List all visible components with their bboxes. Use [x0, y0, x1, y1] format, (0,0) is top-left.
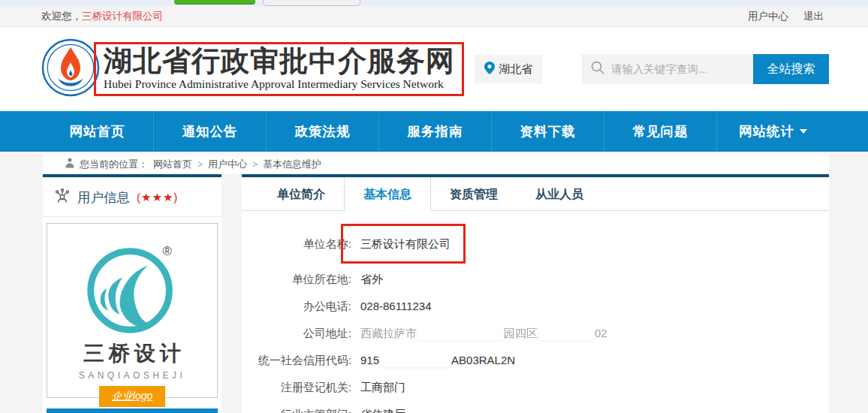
search-field[interactable] — [582, 54, 753, 84]
sidebar-header: 用户信息 (★★★) — [43, 177, 222, 217]
field-value: 028-86111234 — [360, 299, 432, 313]
breadcrumb-user-center[interactable]: 用户中心 — [208, 158, 247, 171]
credit-code-prefix: 915 — [360, 354, 379, 366]
company-logo-subtext: SANQIAOSHEJI — [79, 370, 186, 381]
user-info-sidebar: 用户信息 (★★★) ® 三桥设计 SANQIAOSHEJI 企业logo — [43, 174, 222, 413]
browser-tab-fragment-green — [174, 0, 255, 5]
field-company-name: 单位名称: 三桥设计有限公司 — [242, 237, 829, 251]
content-area: 用户信息 (★★★) ® 三桥设计 SANQIAOSHEJI 企业logo 单位… — [43, 174, 829, 413]
chevron-down-icon — [800, 129, 807, 134]
browser-tab-fragment-gray — [263, 0, 360, 6]
field-credit-code: 统一社会信用代码: 915AB03RAL2N — [242, 353, 829, 367]
user-center-link[interactable]: 用户中心 — [748, 10, 788, 23]
field-industry-department: 行业主管部门: 省住建厅 — [242, 407, 829, 413]
sidebar-footer-bar — [47, 408, 218, 413]
tab-company-profile[interactable]: 单位简介 — [258, 177, 344, 210]
field-value: 三桥设计有限公司 — [360, 237, 451, 251]
nav-item-notices[interactable]: 通知公告 — [153, 111, 266, 152]
field-office-phone: 办公电话: 028-86111234 — [242, 299, 829, 313]
logout-link[interactable]: 退出 — [803, 10, 824, 23]
field-label: 单位所在地: — [242, 272, 351, 286]
rating-stars: (★★★) — [137, 191, 178, 204]
sidebar-title: 用户信息 — [77, 188, 130, 206]
nav-item-downloads[interactable]: 资料下载 — [491, 111, 604, 152]
breadcrumb-separator: > — [197, 159, 203, 170]
tab-basic-info[interactable]: 基本信息 — [344, 177, 431, 211]
title-annotation-box: 湖北省行政审批中介服务网 Hubei Province Administrati… — [94, 42, 464, 96]
breadcrumb-basic-info[interactable]: 基本信息维护 — [263, 158, 321, 171]
basic-info-panel: 单位简介 基本信息 资质管理 从业人员 单位名称: 三桥设计有限公司 单位所在地… — [242, 174, 829, 413]
field-label: 注册登记机关: — [242, 380, 351, 394]
breadcrumb-separator: > — [252, 159, 258, 170]
search-button[interactable]: 全站搜索 — [753, 54, 829, 84]
nav-item-faq[interactable]: 常见问题 — [604, 111, 716, 152]
redaction-patch — [418, 329, 502, 340]
field-label: 行业主管部门: — [242, 407, 351, 413]
address-fragment: 园四区 — [504, 327, 538, 339]
field-company-address: 公司地址: 西藏拉萨市园四区02 — [242, 326, 829, 340]
nav-item-guide[interactable]: 服务指南 — [378, 111, 491, 152]
credit-code-suffix: AB03RAL2N — [451, 354, 515, 366]
field-value-redacted: 915AB03RAL2N — [360, 353, 515, 367]
person-icon — [65, 158, 74, 170]
nav-item-stats[interactable]: 网站统计 — [716, 111, 829, 152]
breadcrumb: 您当前的位置： 网站首页 > 用户中心 > 基本信息维护 — [43, 154, 829, 174]
field-label: 统一社会信用代码: — [242, 353, 351, 367]
redaction-patch — [381, 356, 450, 367]
field-label: 办公电话: — [242, 299, 351, 313]
field-value: 工商部门 — [360, 380, 405, 394]
field-registration-authority: 注册登记机关: 工商部门 — [242, 380, 829, 394]
top-bar: 欢迎您， 三桥设计有限公司 用户中心 退出 — [0, 6, 868, 27]
field-label: 单位名称: — [242, 237, 351, 251]
search-input[interactable] — [611, 63, 739, 75]
tab-staff[interactable]: 从业人员 — [517, 177, 602, 210]
site-logo — [41, 38, 100, 100]
redaction-patch — [539, 329, 593, 340]
welcome-label: 欢迎您， — [41, 10, 82, 23]
site-header: 湖北省行政审批中介服务网 Hubei Province Administrati… — [0, 27, 868, 111]
search-icon — [591, 61, 604, 77]
company-logo: ® — [77, 231, 188, 345]
region-selector[interactable]: 湖北省 — [475, 55, 542, 83]
company-logo-name: 三桥设计 — [83, 339, 185, 368]
nav-item-stats-label: 网站统计 — [739, 122, 794, 140]
address-fragment: 西藏拉萨市 — [360, 327, 417, 339]
main-nav: 网站首页 通知公告 政策法规 服务指南 资料下载 常见问题 网站统计 — [0, 111, 868, 152]
site-title: 湖北省行政审批中介服务网 — [104, 45, 455, 77]
breadcrumb-prefix: 您当前的位置： — [80, 158, 148, 171]
breadcrumb-home[interactable]: 网站首页 — [153, 158, 192, 171]
company-logo-frame: ® 三桥设计 SANQIAOSHEJI 企业logo — [47, 223, 218, 398]
enterprise-logo-link[interactable]: 企业logo — [99, 386, 165, 407]
nav-item-policies[interactable]: 政策法规 — [266, 111, 378, 152]
nav-item-home[interactable]: 网站首页 — [41, 111, 153, 152]
browser-chrome-fragment — [0, 0, 868, 6]
field-value-redacted: 西藏拉萨市园四区02 — [360, 326, 607, 340]
registered-mark: ® — [162, 244, 172, 258]
region-label: 湖北省 — [499, 62, 532, 77]
field-value: 省住建厅 — [360, 407, 405, 413]
site-search: 全站搜索 — [582, 54, 829, 84]
address-fragment: 02 — [595, 327, 607, 339]
field-label: 公司地址: — [242, 326, 351, 340]
panel-tabs: 单位简介 基本信息 资质管理 从业人员 — [242, 177, 829, 211]
site-subtitle: Hubei Province Administrative Approval I… — [104, 77, 455, 91]
welcome-company-name: 三桥设计有限公司 — [82, 10, 163, 23]
user-network-icon — [54, 188, 71, 207]
field-value: 省外 — [360, 272, 383, 286]
basic-info-form: 单位名称: 三桥设计有限公司 单位所在地: 省外 办公电话: 028-86111… — [242, 211, 829, 413]
field-location: 单位所在地: 省外 — [242, 272, 829, 286]
main-nav-inner: 网站首页 通知公告 政策法规 服务指南 资料下载 常见问题 网站统计 — [41, 111, 829, 152]
tab-qualifications[interactable]: 资质管理 — [431, 177, 517, 210]
location-pin-icon — [484, 62, 495, 77]
